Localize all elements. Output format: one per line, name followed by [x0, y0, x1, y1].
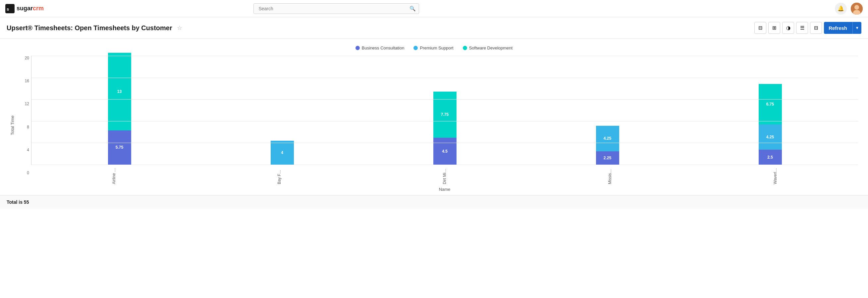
legend-label: Business Consultation — [362, 46, 404, 50]
filter-icon: ⊟ — [758, 25, 763, 31]
nav-right: 🔔 — [835, 3, 863, 15]
search-input[interactable] — [253, 3, 419, 14]
logo[interactable]: s sugarcrm — [5, 4, 44, 13]
bar-stack: 2.54.256.75 — [759, 84, 782, 165]
favorite-button[interactable]: ☆ — [176, 24, 183, 32]
bar-stack: 4.57.75 — [433, 91, 457, 165]
search-bar: 🔍 — [253, 3, 419, 14]
legend-dot — [355, 46, 360, 50]
svg-text:s: s — [7, 7, 9, 11]
bar-segment: 4.25 — [759, 125, 782, 150]
bar-group[interactable]: 2.254.25 — [526, 56, 689, 165]
bell-icon: 🔔 — [838, 5, 844, 11]
grid-line — [31, 143, 858, 143]
y-tick: 20 — [25, 56, 31, 60]
bar-group[interactable]: 2.54.256.75 — [689, 56, 851, 165]
chart-body: 5.751344.57.752.254.252.54.256.75 Airlin… — [31, 56, 858, 195]
bar-segment: 4.5 — [433, 138, 457, 165]
y-tick: 12 — [25, 102, 31, 106]
x-label-group: Waverly Trading Hou... — [693, 165, 858, 185]
chart-view-button[interactable]: ◑ — [782, 22, 794, 34]
grid-line — [31, 99, 858, 100]
x-label: Mississippi Bank Gr... — [608, 168, 612, 184]
bar-group[interactable]: 5.7513 — [38, 56, 201, 165]
y-axis: 201612840 — [18, 56, 31, 195]
x-axis-title: Name — [31, 185, 858, 195]
y-tick: 4 — [27, 148, 31, 152]
x-label: Bay Funding Co — [277, 168, 282, 184]
x-label-group: Mississippi Bank Gr... — [527, 165, 693, 185]
chart-area: Business Consultation Premium Support So… — [0, 39, 868, 195]
grid-view-button[interactable]: ⊞ — [768, 22, 780, 34]
pie-icon: ◑ — [786, 25, 790, 31]
bar-stack: 4 — [271, 141, 294, 165]
x-label: Dirt Mining Ltd — [442, 168, 447, 184]
list-view-button[interactable]: ☰ — [796, 22, 808, 34]
y-tick: 16 — [25, 79, 31, 83]
x-label: Airline Maintenance... — [112, 168, 116, 184]
legend-item: Premium Support — [413, 46, 453, 50]
grid-line — [31, 121, 858, 121]
bar-segment: 4 — [271, 141, 294, 165]
notification-button[interactable]: 🔔 — [835, 3, 847, 15]
y-tick: 8 — [27, 125, 31, 129]
bar-segment: 4.25 — [596, 126, 619, 151]
logo-text: sugarcrm — [17, 5, 44, 12]
bar-segment: 5.75 — [108, 130, 131, 165]
x-label: Waverly Trading Hou... — [773, 168, 778, 184]
bar-stack: 5.7513 — [108, 53, 131, 165]
legend-dot — [413, 46, 418, 50]
legend-dot — [463, 46, 467, 50]
page-header: Upsert® Timesheets: Open Timesheets by C… — [0, 17, 868, 39]
x-label-group: Dirt Mining Ltd — [362, 165, 527, 185]
bar-segment: 2.5 — [759, 150, 782, 165]
bar-group[interactable]: 4.57.75 — [364, 56, 526, 165]
page-title: Upsert® Timesheets: Open Timesheets by C… — [7, 24, 172, 32]
refresh-caret-icon[interactable]: ▾ — [852, 22, 861, 34]
y-tick: 0 — [27, 170, 31, 175]
bar-segment: 2.25 — [596, 151, 619, 165]
top-nav: s sugarcrm 🔍 🔔 — [0, 0, 868, 17]
y-axis-label: Total Time — [10, 115, 15, 135]
refresh-label: Refresh — [824, 25, 852, 31]
total-label: Total is 55 — [7, 199, 29, 205]
avatar-icon — [851, 3, 863, 15]
avatar[interactable] — [851, 3, 863, 15]
bar-group[interactable]: 4 — [201, 56, 364, 165]
header-actions: ⊟ ⊞ ◑ ☰ ⊟ Refresh ▾ — [754, 22, 861, 34]
list-icon: ☰ — [800, 25, 804, 31]
refresh-button[interactable]: Refresh ▾ — [824, 22, 861, 34]
legend-label: Software Development — [469, 46, 513, 50]
grid-line — [31, 56, 858, 56]
legend-label: Premium Support — [420, 46, 453, 50]
chart-legend: Business Consultation Premium Support So… — [10, 46, 858, 50]
x-label-group: Bay Funding Co — [196, 165, 362, 185]
split-icon: ⊟ — [814, 25, 818, 31]
bar-segment: 7.75 — [433, 91, 457, 138]
legend-item: Business Consultation — [355, 46, 404, 50]
legend-item: Software Development — [463, 46, 513, 50]
bar-segment: 13 — [108, 53, 131, 130]
grid-line — [31, 78, 858, 78]
bars-container: 5.751344.57.752.254.252.54.256.75 — [31, 56, 858, 165]
filter-button[interactable]: ⊟ — [754, 22, 766, 34]
page-footer: Total is 55 — [0, 195, 868, 209]
grid-icon: ⊞ — [772, 25, 777, 31]
x-label-group: Airline Maintenance... — [31, 165, 196, 185]
grid-line — [31, 165, 858, 165]
bar-stack: 2.254.25 — [596, 126, 619, 165]
x-axis: Airline Maintenance...Bay Funding CoDirt… — [31, 165, 858, 185]
chart-grid: 5.751344.57.752.254.252.54.256.75 — [31, 56, 858, 165]
search-icon[interactable]: 🔍 — [409, 6, 416, 11]
svg-point-3 — [855, 5, 859, 10]
split-view-button[interactable]: ⊟ — [810, 22, 822, 34]
bar-segment: 6.75 — [759, 84, 782, 125]
logo-icon: s — [5, 4, 14, 13]
